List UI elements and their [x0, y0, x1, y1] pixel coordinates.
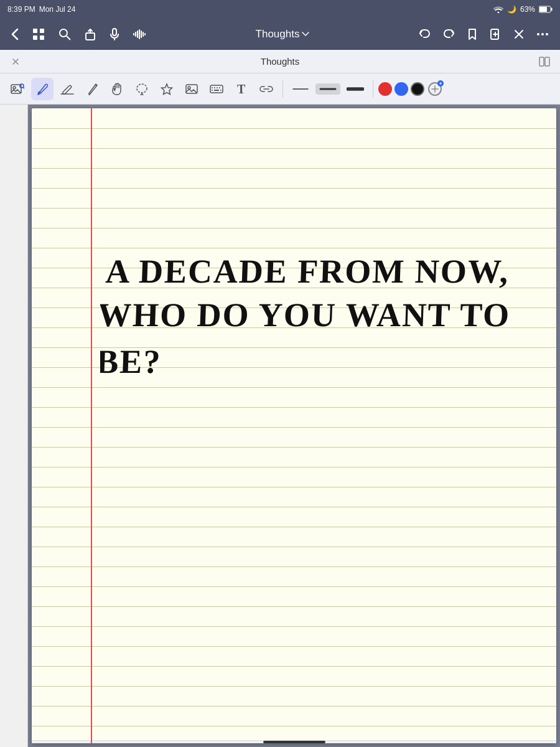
notebook-page[interactable]: A DECADE FROM NOW, WHO DO YOU WANT TO BE… — [32, 108, 556, 743]
mic-button[interactable] — [105, 24, 124, 44]
waveform-button[interactable] — [128, 26, 152, 43]
battery-icon — [539, 6, 553, 13]
svg-text:A DECADE FROM NOW,: A DECADE FROM NOW, — [105, 253, 510, 290]
paper-line — [32, 527, 556, 527]
svg-rect-4 — [40, 29, 44, 33]
drawing-toolbar: T — [0, 73, 560, 105]
close-button[interactable] — [509, 26, 529, 43]
paper-line — [32, 726, 556, 726]
status-left: 8:39 PM Mon Jul 24 — [7, 5, 75, 14]
lines-container — [32, 108, 556, 743]
add-page-button[interactable] — [484, 24, 506, 44]
paper-line — [32, 487, 556, 487]
svg-rect-23 — [545, 57, 549, 66]
svg-point-28 — [137, 84, 147, 93]
svg-point-25 — [13, 87, 16, 89]
tab-close-button[interactable] — [0, 58, 31, 65]
pencil-tool[interactable] — [81, 78, 103, 100]
svg-point-7 — [60, 29, 67, 37]
paper-line — [32, 626, 556, 627]
hand-tool[interactable] — [106, 78, 128, 100]
svg-rect-10 — [113, 29, 116, 35]
svg-text:BE?: BE? — [100, 343, 162, 380]
svg-point-21 — [546, 33, 548, 35]
photo-search-tool[interactable] — [6, 78, 29, 100]
paper-line — [32, 646, 556, 647]
undo-button[interactable] — [413, 25, 436, 44]
paper-line — [32, 586, 556, 587]
color-add[interactable] — [428, 82, 442, 96]
stroke-thin[interactable] — [288, 83, 313, 95]
shape-tool[interactable] — [156, 78, 178, 100]
svg-rect-14 — [139, 29, 140, 39]
paper-line — [32, 547, 556, 547]
svg-rect-6 — [40, 35, 44, 40]
lined-paper: A DECADE FROM NOW, WHO DO YOU WANT TO BE… — [32, 108, 556, 743]
svg-rect-17 — [144, 33, 146, 35]
paper-line — [32, 706, 556, 707]
wifi-icon — [493, 6, 503, 13]
stroke-thick[interactable] — [343, 83, 368, 95]
stroke-medium[interactable] — [315, 83, 340, 95]
back-button[interactable] — [6, 24, 24, 44]
nav-title: Thoughts — [156, 28, 409, 40]
pen-tool[interactable] — [31, 78, 54, 100]
svg-rect-22 — [539, 57, 544, 66]
nav-actions — [413, 24, 554, 44]
paper-line — [32, 447, 556, 448]
paper-line — [32, 606, 556, 607]
battery-percent: 63% — [520, 5, 535, 14]
view-toggle-button[interactable] — [529, 57, 560, 67]
nav-bar: Thoughts — [0, 19, 560, 50]
text-tool[interactable]: T — [230, 78, 253, 100]
link-tool[interactable] — [255, 78, 278, 100]
color-black[interactable] — [411, 82, 424, 96]
status-right: 🌙 63% — [493, 5, 553, 14]
svg-rect-5 — [33, 35, 37, 40]
svg-rect-11 — [133, 33, 134, 35]
scroll-indicator — [32, 740, 556, 743]
handwriting-svg: A DECADE FROM NOW, WHO DO YOU WANT TO BE… — [100, 245, 523, 401]
svg-rect-13 — [137, 31, 138, 38]
image-tool[interactable] — [180, 78, 203, 100]
bookmark-button[interactable] — [463, 24, 482, 44]
paper-line — [32, 467, 556, 467]
svg-rect-15 — [141, 31, 142, 38]
svg-rect-12 — [135, 32, 136, 37]
color-red[interactable] — [378, 82, 392, 96]
lasso-tool[interactable] — [131, 78, 153, 100]
paper-line — [32, 148, 556, 149]
date-display: Mon Jul 24 — [39, 5, 76, 14]
search-button[interactable] — [54, 24, 76, 44]
paper-line — [32, 507, 556, 507]
paper-line — [32, 188, 556, 189]
paper-line — [32, 128, 556, 129]
svg-point-20 — [541, 33, 544, 35]
second-bar-title: Thoughts — [31, 56, 529, 67]
main-area: A DECADE FROM NOW, WHO DO YOU WANT TO BE… — [0, 105, 560, 747]
keyboard-tool[interactable] — [205, 78, 228, 100]
scroll-pill — [263, 741, 325, 743]
share-button[interactable] — [80, 24, 101, 44]
svg-point-19 — [537, 33, 539, 35]
eraser-tool[interactable] — [56, 78, 78, 100]
more-button[interactable] — [531, 29, 554, 40]
color-blue[interactable] — [394, 82, 408, 96]
paper-line — [32, 228, 556, 228]
svg-rect-3 — [33, 29, 37, 33]
svg-text:T: T — [237, 83, 246, 95]
moon-icon: 🌙 — [507, 5, 516, 14]
paper-line — [32, 427, 556, 428]
paper-line — [32, 666, 556, 667]
svg-rect-16 — [142, 32, 144, 37]
paper-line — [32, 208, 556, 209]
toolbar-separator-2 — [373, 80, 373, 98]
svg-line-8 — [67, 36, 70, 40]
svg-rect-9 — [86, 33, 95, 40]
left-panel — [0, 105, 28, 747]
apps-button[interactable] — [27, 24, 50, 44]
dropdown-chevron — [302, 32, 309, 37]
paper-line — [32, 168, 556, 169]
time-display: 8:39 PM — [7, 5, 35, 14]
redo-button[interactable] — [438, 25, 460, 44]
